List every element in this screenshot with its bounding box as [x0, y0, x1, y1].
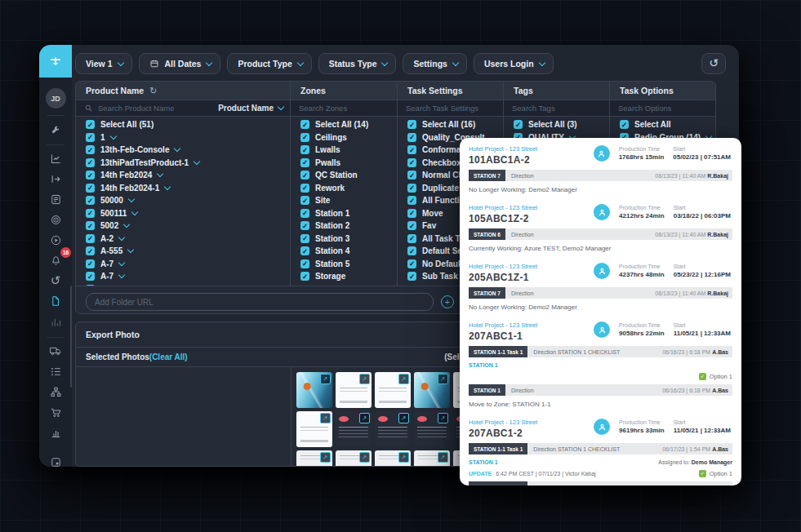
expand-icon[interactable]: ↗	[320, 374, 331, 384]
update-tag[interactable]: UPDATE	[469, 471, 492, 477]
history-reset-button[interactable]: ↺	[701, 53, 726, 74]
project-link[interactable]: Hotel Project - 123 Street	[469, 145, 537, 153]
checkbox-checked[interactable]: ✓	[86, 145, 95, 154]
expand-icon[interactable]: ↗	[359, 374, 370, 384]
stats-muted-icon[interactable]	[45, 313, 66, 330]
photo-thumbnail-shot[interactable]: ↗	[336, 411, 372, 447]
search-product-name[interactable]: Search Product NameProduct Name	[76, 100, 290, 117]
list-item[interactable]: ✓Station 1	[291, 207, 397, 220]
sort-dropdown[interactable]: Product Name	[218, 104, 283, 113]
list-item[interactable]: ✓14th Feb2024	[76, 169, 290, 182]
photo-thumbnail-strip[interactable]: ↗	[414, 450, 450, 466]
export-arrow-icon[interactable]	[45, 170, 66, 188]
window-panel-icon[interactable]	[45, 453, 66, 467]
checkbox-checked[interactable]: ✓	[407, 171, 416, 180]
checkbox-checked[interactable]: ✓	[86, 209, 95, 218]
chevron-down-icon[interactable]	[131, 209, 138, 215]
report-icon[interactable]	[45, 190, 66, 208]
checkbox-checked[interactable]: ✓	[620, 120, 629, 129]
checkbox-checked[interactable]: ✓	[407, 158, 416, 167]
list-item[interactable]: ✓	[76, 283, 290, 286]
photo-thumbnail-shot[interactable]: ↗	[414, 411, 450, 447]
checkbox-checked[interactable]: ✓	[407, 145, 416, 154]
checkbox-checked[interactable]: ✓	[300, 246, 309, 255]
checkbox-checked[interactable]: ✓	[300, 120, 309, 129]
checkbox-checked[interactable]: ✓	[407, 184, 416, 193]
folder-url-input[interactable]	[86, 293, 434, 311]
checkbox-checked[interactable]: ✓	[407, 196, 416, 205]
expand-icon[interactable]: ↗	[359, 452, 370, 463]
list-icon[interactable]	[45, 362, 66, 380]
checkbox-checked[interactable]: ✓	[300, 171, 309, 180]
list-item[interactable]: ✓50000	[76, 194, 290, 207]
checkbox-checked[interactable]: ✓	[300, 196, 309, 205]
list-item[interactable]: ✓Select All (3)	[504, 118, 609, 131]
checkbox-checked[interactable]: ✓	[407, 259, 416, 268]
chevron-down-icon[interactable]	[164, 184, 171, 190]
chevron-down-icon[interactable]	[109, 133, 116, 140]
list-item[interactable]: ✓Site	[291, 194, 397, 207]
refresh-icon[interactable]: ↻	[149, 86, 157, 96]
checkbox-checked[interactable]: ✓	[86, 259, 95, 268]
list-item[interactable]: ✓500111	[76, 207, 290, 220]
chevron-down-icon[interactable]	[128, 196, 135, 202]
photo-thumbnail-strip[interactable]: ↗	[336, 450, 372, 466]
checkbox-checked[interactable]: ✓	[86, 184, 95, 193]
checkbox-checked[interactable]: ✓	[300, 184, 309, 193]
project-link[interactable]: Hotel Project - 123 Street	[469, 419, 537, 426]
chevron-down-icon[interactable]	[118, 272, 125, 278]
bar-chart-icon[interactable]	[45, 423, 66, 441]
expand-icon[interactable]: ↗	[398, 374, 409, 384]
list-item[interactable]: ✓A-7	[76, 258, 290, 271]
list-item[interactable]: ✓A-555	[76, 245, 290, 258]
list-item[interactable]: ✓Rework	[291, 182, 397, 195]
expand-icon[interactable]: ↗	[359, 413, 370, 423]
chevron-down-icon[interactable]	[194, 158, 200, 165]
list-item[interactable]: ✓1	[76, 131, 290, 144]
search-task-settings[interactable]: Search Task Settings	[397, 100, 503, 117]
list-item[interactable]: ✓Station 4	[291, 245, 397, 258]
chevron-down-icon[interactable]	[174, 145, 180, 152]
list-item[interactable]: ✓13thiPadTestProduct-1	[76, 157, 290, 170]
avatar[interactable]: JD	[46, 88, 66, 109]
checkbox-checked[interactable]: ✓	[514, 120, 523, 129]
expand-icon[interactable]: ↗	[320, 452, 331, 463]
photo-thumbnail-doc[interactable]: ↗	[336, 372, 372, 408]
checkbox-checked[interactable]: ✓	[300, 221, 309, 230]
filter-status-type[interactable]: Status Type	[318, 53, 397, 74]
photo-thumbnail-doc[interactable]: ↗	[296, 411, 332, 447]
notifications-bell-icon[interactable]: 16	[45, 251, 66, 269]
photo-thumbnail-shot[interactable]: ↗	[375, 411, 411, 447]
expand-icon[interactable]: ↗	[398, 413, 409, 423]
analytics-chart-icon[interactable]	[45, 149, 66, 167]
checkbox-checked[interactable]: ✓	[300, 145, 309, 154]
search-task-options[interactable]: Search Options	[609, 100, 715, 117]
expand-icon[interactable]: ↗	[438, 452, 448, 463]
photo-thumbnail-doc[interactable]: ↗	[375, 372, 411, 408]
chevron-down-icon[interactable]	[118, 234, 125, 241]
list-item[interactable]: ✓Station 2	[291, 219, 397, 233]
photo-thumbnail-photo[interactable]: ↗	[296, 372, 332, 408]
list-item[interactable]: ✓Station 3	[291, 233, 397, 246]
chevron-down-icon[interactable]	[123, 221, 130, 228]
list-item[interactable]: ✓QC Station	[291, 169, 397, 182]
project-link[interactable]: Hotel Project - 123 Street	[469, 204, 537, 211]
list-item[interactable]: ✓Select All (51)	[76, 118, 290, 131]
checkbox-checked[interactable]: ✓	[300, 272, 309, 281]
add-folder-button[interactable]: +	[441, 295, 454, 308]
list-item[interactable]: ✓A-2	[76, 233, 290, 246]
checkbox-checked[interactable]: ✓	[407, 209, 416, 218]
checkbox-checked[interactable]: ✓	[86, 120, 95, 129]
checkbox-checked[interactable]: ✓	[300, 158, 309, 167]
hierarchy-icon[interactable]	[45, 383, 66, 401]
expand-icon[interactable]: ↗	[320, 413, 331, 423]
list-item[interactable]: ✓Ceilings	[291, 131, 397, 144]
play-media-icon[interactable]	[45, 231, 66, 249]
cart-icon[interactable]	[45, 403, 66, 421]
history-icon[interactable]: ↺	[45, 272, 66, 290]
project-link[interactable]: Hotel Project - 123 Street	[469, 321, 537, 329]
list-item[interactable]: ✓A-7	[76, 270, 290, 283]
filter-view[interactable]: View 1	[75, 53, 132, 74]
project-link[interactable]: Hotel Project - 123 Street	[469, 263, 537, 270]
chevron-down-icon[interactable]	[157, 171, 163, 177]
